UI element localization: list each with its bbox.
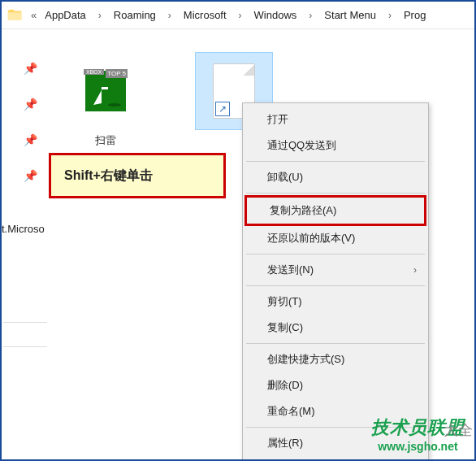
crumb-microsoft[interactable]: Microsoft <box>179 4 232 27</box>
menu-separator <box>246 254 425 254</box>
menu-delete[interactable]: 删除(D) <box>244 372 426 398</box>
file-tile-minesweeper[interactable]: XBOX TOP 5 扫雷 <box>65 52 146 148</box>
breadcrumb-bar: « AppData › Roaming › Microsoft › Window… <box>2 2 474 29</box>
folder-icon <box>6 7 24 24</box>
xbox-label: XBOX <box>84 69 104 75</box>
annotation-callout: Shift+右键单击 <box>49 153 226 198</box>
menu-open[interactable]: 打开 <box>244 107 426 133</box>
shortcut-arrow-icon: ↗ <box>215 102 230 116</box>
menu-send-to-label: 发送到(N) <box>267 263 314 276</box>
crumb-windows[interactable]: Windows <box>249 4 302 27</box>
pin-icon[interactable]: 📌 <box>2 62 47 75</box>
chevron-right-icon[interactable]: › <box>93 4 107 27</box>
menu-separator <box>246 161 425 162</box>
chevron-right-icon[interactable]: › <box>162 4 177 27</box>
file-name: 扫雷 <box>65 133 146 148</box>
watermark-url: www.jsgho.net <box>371 440 465 453</box>
crumb-programs[interactable]: Prog <box>399 4 431 27</box>
xbox-game-icon: XBOX TOP 5 <box>83 68 128 114</box>
pin-icon[interactable]: 📌 <box>2 169 47 182</box>
crumb-appdata[interactable]: AppData <box>40 4 91 27</box>
menu-separator <box>246 343 425 344</box>
top5-badge: TOP 5 <box>106 69 128 78</box>
menu-send-qq[interactable]: 通过QQ发送到 <box>244 133 426 159</box>
context-menu: 打开 通过QQ发送到 卸载(U) 复制为路径(A) 还原以前的版本(V) 发送到… <box>242 102 429 460</box>
crumb-roaming[interactable]: Roaming <box>109 4 161 27</box>
sidebar: 📌 📌 📌 📌 <box>2 29 47 459</box>
svg-point-0 <box>108 103 121 107</box>
chevron-right-icon[interactable]: › <box>303 4 318 27</box>
chevron-right-icon: › <box>413 264 417 276</box>
menu-send-to[interactable]: 发送到(N) › <box>244 257 426 283</box>
menu-create-shortcut[interactable]: 创建快捷方式(S) <box>244 346 426 372</box>
pin-icon[interactable]: 📌 <box>2 133 47 146</box>
menu-separator <box>246 285 425 286</box>
crumb-startmenu[interactable]: Start Menu <box>319 4 381 27</box>
menu-separator <box>246 193 425 194</box>
sidebar-truncated-label[interactable]: t.Microso <box>2 223 45 235</box>
callout-text: Shift+右键单击 <box>64 167 153 185</box>
pin-icon[interactable]: 📌 <box>2 98 47 111</box>
menu-copy-path[interactable]: 复制为路径(A) <box>247 198 424 224</box>
menu-copy[interactable]: 复制(C) <box>244 315 426 341</box>
chevron-right-icon[interactable]: › <box>383 4 397 27</box>
menu-cut[interactable]: 剪切(T) <box>244 289 426 315</box>
divider <box>3 346 47 347</box>
watermark-side: 大全 <box>444 420 473 440</box>
breadcrumb-prefix[interactable]: « <box>31 9 37 21</box>
menu-uninstall[interactable]: 卸载(U) <box>244 164 426 190</box>
menu-restore-version[interactable]: 还原以前的版本(V) <box>244 225 426 251</box>
divider <box>3 322 47 323</box>
chevron-right-icon[interactable]: › <box>233 4 248 27</box>
